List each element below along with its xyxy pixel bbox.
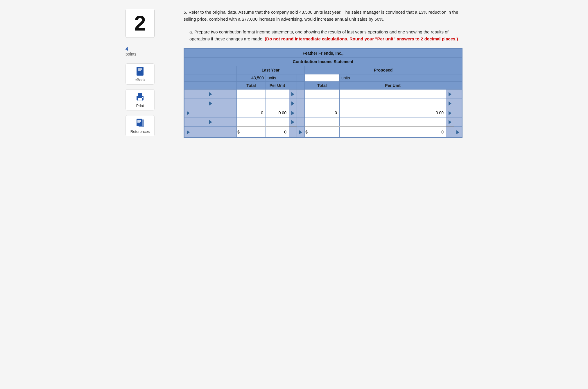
ebook-button[interactable]: eBook	[126, 63, 155, 85]
arrow-icon	[187, 130, 190, 134]
svg-rect-1	[138, 68, 142, 69]
arrow-icon	[291, 111, 294, 115]
total2-header: Total	[305, 82, 340, 90]
arrow-icon	[291, 120, 294, 124]
question-body: Refer to the original data. Assume that …	[184, 10, 458, 22]
table-row	[184, 108, 462, 117]
arrow-icon	[291, 101, 294, 106]
row2-total2-input[interactable]	[307, 101, 337, 106]
svg-rect-6	[138, 98, 142, 101]
proposed-header: Proposed	[305, 66, 462, 74]
row1-perunit2-input[interactable]	[342, 92, 444, 97]
ebook-label: eBook	[135, 78, 146, 82]
arrow-icon	[187, 111, 190, 115]
arrow-cell3	[297, 90, 305, 99]
row1-total2-input[interactable]	[307, 92, 337, 97]
question-number-label: 5.	[184, 10, 187, 15]
row2-perunit2-cell[interactable]	[340, 99, 446, 108]
svg-rect-3	[138, 70, 141, 71]
sub-a-red: (Do not round intermediate calculations.…	[265, 36, 458, 41]
row2-total2-cell[interactable]	[305, 99, 340, 108]
row3-perunit2-input[interactable]	[342, 110, 444, 115]
last-year-header: Last Year	[237, 66, 305, 74]
arrow-cell	[184, 117, 237, 127]
table-subtitle-cell: Contribution Income Statement	[184, 58, 462, 66]
svg-rect-5	[138, 93, 142, 96]
references-button[interactable]: References	[126, 115, 155, 136]
per-unit-header: Per Unit	[266, 82, 289, 90]
table-title-row: Feather Friends, Inc.,	[184, 49, 462, 58]
ebook-icon	[135, 66, 145, 76]
table-row	[184, 90, 462, 99]
arrow-icon2	[291, 92, 294, 96]
print-label: Print	[136, 104, 144, 108]
points-value: 4	[126, 47, 136, 52]
arrow-cell4	[446, 90, 454, 99]
row3-total-cell[interactable]	[237, 108, 266, 117]
table-row	[184, 117, 462, 127]
total-header: Total	[237, 82, 266, 90]
dollar-sign2: $	[305, 127, 340, 137]
arrow-icon	[449, 111, 451, 115]
row2-total-input[interactable]	[239, 101, 263, 106]
points-container: 4 points	[126, 47, 136, 56]
row1-total-cell[interactable]	[237, 90, 266, 99]
col-headers-row: Total Per Unit Total Per Unit	[184, 82, 462, 90]
row4-total2-input[interactable]	[307, 119, 337, 124]
final-total2-input[interactable]	[342, 130, 444, 134]
sub-question-a: a. Prepare two contribution format incom…	[189, 28, 462, 42]
row3-total2-input[interactable]	[307, 110, 337, 115]
question-text: 5. Refer to the original data. Assume th…	[184, 9, 462, 23]
row2-total-cell[interactable]	[237, 99, 266, 108]
svg-rect-11	[137, 121, 141, 122]
arrow-cell	[184, 108, 237, 117]
arrow-icon4	[449, 92, 451, 96]
table-subtitle-row: Contribution Income Statement	[184, 58, 462, 66]
table-title-cell: Feather Friends, Inc.,	[184, 49, 462, 58]
arrow-icon	[449, 120, 451, 124]
proposed-units-input-cell[interactable]	[305, 74, 340, 82]
points-label: points	[126, 52, 136, 56]
arrow-icon	[209, 92, 212, 96]
row4-total-input[interactable]	[239, 119, 263, 124]
income-statement-table: Feather Friends, Inc., Contribution Inco…	[184, 49, 462, 137]
row1-total2-cell[interactable]	[305, 90, 340, 99]
table-row	[184, 99, 462, 108]
row3-total-input[interactable]	[239, 110, 263, 115]
svg-rect-2	[138, 69, 142, 70]
per-unit2-header: Per Unit	[340, 82, 446, 90]
proposed-units-input[interactable]	[306, 76, 338, 80]
dollar-sign: $	[237, 127, 266, 137]
arrow-cell	[184, 90, 237, 99]
last-year-units: 43,500	[237, 74, 266, 82]
row1-perunit2-cell[interactable]	[340, 90, 446, 99]
main-content: 5. Refer to the original data. Assume th…	[178, 9, 462, 141]
row1-perunit-cell[interactable]	[266, 90, 289, 99]
arrow-icon	[449, 101, 451, 106]
left-sidebar: 2 4 points eBook	[126, 9, 178, 141]
arrow-icon	[209, 101, 212, 106]
row2-perunit-cell[interactable]	[266, 99, 289, 108]
references-icon	[135, 118, 145, 128]
row3-perunit2-cell[interactable]	[340, 108, 446, 117]
income-statement-table-wrapper: Feather Friends, Inc., Contribution Inco…	[184, 48, 462, 138]
arrow-icon	[299, 130, 302, 134]
arrow-cell	[184, 127, 237, 137]
row1-perunit-input[interactable]	[268, 92, 286, 97]
final-total-input[interactable]	[268, 130, 286, 134]
row4-perunit-input[interactable]	[268, 119, 286, 124]
units-row: 43,500 units units	[184, 74, 462, 82]
row2-perunit-input[interactable]	[268, 101, 286, 106]
section-header-row: Last Year Proposed	[184, 66, 462, 74]
row1-total-input[interactable]	[239, 92, 263, 97]
label-header	[184, 82, 237, 90]
sub-a-prefix: a.	[189, 29, 193, 34]
print-button[interactable]: Print	[126, 89, 155, 110]
references-label: References	[130, 129, 150, 134]
row3-perunit-cell[interactable]	[266, 108, 289, 117]
row2-perunit2-input[interactable]	[342, 101, 444, 106]
row3-total2-cell[interactable]	[305, 108, 340, 117]
row4-perunit2-input[interactable]	[342, 119, 444, 124]
arrow-icon	[209, 120, 212, 124]
row3-perunit-input[interactable]	[268, 110, 286, 115]
